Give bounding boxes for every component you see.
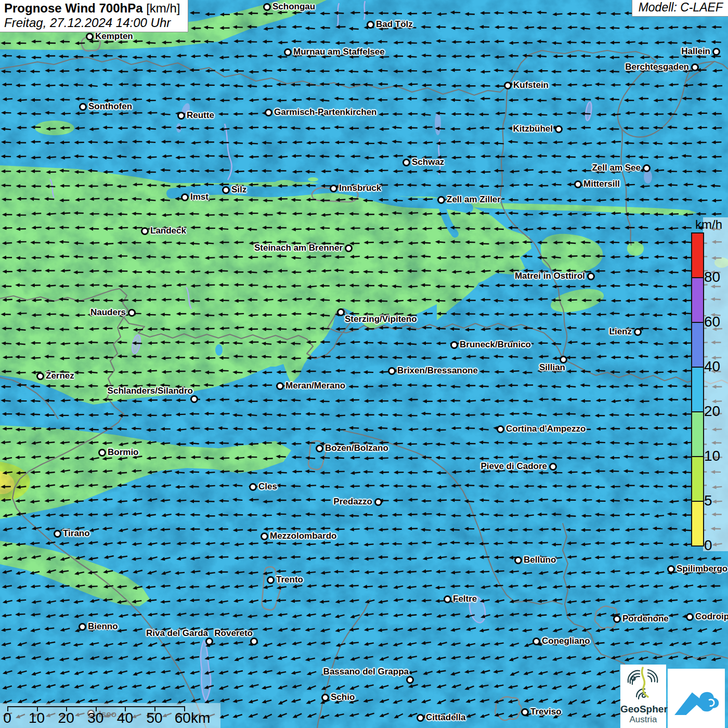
legend-level-label: 10	[704, 448, 720, 464]
map-title: Prognose Wind 700hPa [km/h]	[4, 1, 184, 16]
wind-speed-map: Iseo	[0, 0, 728, 728]
model-label: Modell: C-LAEF	[632, 0, 728, 17]
legend-level-label: 80	[704, 269, 720, 285]
map-datetime: Freitag, 27.12.2024 14:00 Uhr	[4, 16, 184, 30]
legend-segment	[692, 278, 703, 323]
geosphere-wordmark: GeoSphere	[620, 704, 666, 714]
legend-level-label: 60	[704, 314, 720, 330]
partner-logo-box	[668, 669, 725, 728]
scalebar-number: 50	[146, 710, 162, 726]
geosphere-logo-box: GeoSphere Austria	[620, 665, 666, 728]
title-box: Prognose Wind 700hPa [km/h] Freitag, 27.…	[0, 0, 188, 32]
scalebar-number: 60km	[175, 710, 210, 726]
scalebar-number: 40	[117, 710, 133, 726]
geosphere-country: Austria	[620, 714, 666, 724]
geosphere-swirl-icon	[621, 665, 666, 703]
legend-segment	[692, 457, 703, 502]
map-scalebar: 0102030405060km	[0, 703, 220, 728]
wind-speed-legend: km/h 806040201050	[691, 217, 728, 551]
legend-segment	[692, 368, 703, 412]
legend-segment	[692, 412, 703, 457]
scalebar-number: 20	[58, 710, 74, 726]
legend-colorbar	[691, 232, 704, 547]
scalebar-number: 30	[87, 710, 103, 726]
scalebar-number: 0	[3, 710, 11, 726]
legend-level-label: 5	[704, 492, 712, 509]
forecast-map-screen: Iseo SchongauBad TölzKemptenMurnau am St…	[0, 0, 728, 728]
legend-segment	[692, 323, 703, 368]
legend-unit: km/h	[695, 217, 722, 232]
legend-level-label: 40	[704, 358, 720, 375]
legend-segment	[692, 233, 703, 278]
mountain-logo-icon	[671, 674, 722, 722]
legend-level-label: 0	[704, 537, 712, 554]
legend-level-label: 20	[704, 403, 720, 420]
scalebar-number: 10	[29, 710, 45, 726]
legend-segment	[692, 502, 703, 545]
